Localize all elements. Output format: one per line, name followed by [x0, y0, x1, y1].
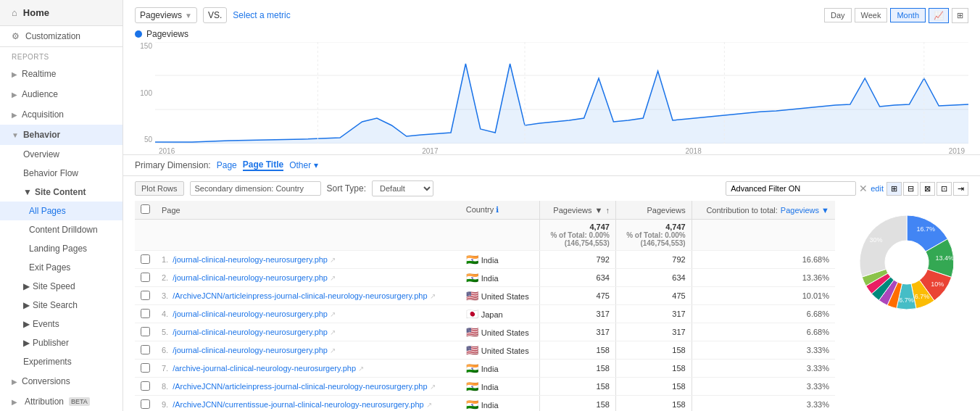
row-page-link[interactable]: /ArchiveJCNN/articleinpress-journal-clin… — [173, 291, 427, 300]
week-button[interactable]: Week — [855, 8, 888, 22]
chevron-right-icon: ▶ — [12, 378, 17, 386]
pageviews-sort-icon[interactable]: ▼ — [595, 206, 603, 215]
row-page-link[interactable]: /journal-clinical-neurology-neurosurgery… — [173, 328, 328, 336]
row-page-link[interactable]: /journal-clinical-neurology-neurosurgery… — [173, 310, 328, 318]
sidebar-item-site-content-label: Site Content — [35, 187, 86, 197]
sidebar-item-site-speed[interactable]: ▶ Site Speed — [0, 277, 122, 296]
secondary-dimension-select[interactable]: Secondary dimension: Country — [190, 181, 321, 196]
row-checkbox[interactable] — [141, 327, 150, 336]
chevron-right-icon: ▶ — [23, 319, 30, 329]
table-view-compare-button[interactable]: ⊡ — [937, 182, 952, 196]
summary-pageviews2: 4,747 — [622, 223, 686, 231]
sidebar-item-home[interactable]: ⌂ Home — [0, 0, 122, 26]
select-all-checkbox[interactable] — [141, 204, 150, 214]
contrib-metric-select[interactable]: Pageviews ▼ — [781, 206, 829, 215]
day-button[interactable]: Day — [824, 8, 852, 22]
filter-clear-button[interactable]: ✕ — [859, 183, 868, 194]
sidebar-item-all-pages-label: All Pages — [29, 206, 66, 216]
x-label-2016: 2016 — [159, 147, 175, 155]
sidebar-item-site-search[interactable]: ▶ Site Search — [0, 296, 122, 315]
row-num: 2. — [162, 273, 168, 282]
select-metric-link[interactable]: Select a metric — [233, 10, 290, 20]
row-checkbox[interactable] — [141, 399, 150, 409]
row-checkbox[interactable] — [141, 363, 150, 373]
legend-label-pageviews: Pageviews — [146, 29, 188, 39]
row-country: United States — [481, 292, 529, 301]
row-num: 8. — [162, 382, 168, 391]
row-country: Japan — [481, 310, 503, 319]
row-country: India — [481, 401, 499, 410]
row-checkbox[interactable] — [141, 345, 150, 354]
row-checkbox[interactable] — [141, 254, 150, 264]
filter-input[interactable] — [726, 181, 856, 196]
metric-select[interactable]: Pageviews ▼ — [135, 7, 197, 23]
y-label-150: 150 — [140, 42, 152, 50]
sidebar-item-publisher[interactable]: ▶ Publisher — [0, 333, 122, 352]
dim-page-title-link[interactable]: Page Title — [243, 159, 283, 171]
dim-page-link[interactable]: Page — [217, 160, 237, 170]
external-link-icon: ↗ — [330, 328, 336, 336]
sidebar-item-landing-pages-label: Landing Pages — [29, 244, 87, 254]
chart-controls-right: Day Week Month 📈 ⊞ — [824, 8, 968, 23]
data-table: Page Country ℹ Pageviews ▼ ↑ Pageviews — [135, 201, 835, 411]
row-checkbox[interactable] — [141, 381, 150, 391]
sidebar-item-site-search-label: Site Search — [33, 300, 78, 310]
summary-row: 4,747 % of Total: 0.00% (146,754,553) 4,… — [135, 220, 835, 251]
sidebar-item-attribution[interactable]: ▶ Attribution BETA — [0, 391, 122, 411]
external-link-icon: ↗ — [430, 292, 436, 300]
sidebar-item-customization[interactable]: ⚙ Customization — [0, 26, 122, 47]
table-view-pivot-button[interactable]: ⊟ — [903, 182, 918, 196]
sidebar-item-behavior[interactable]: ▼ Behavior — [0, 125, 122, 145]
sidebar-item-events-label: Events — [33, 319, 59, 329]
pie-label: 13.4% — [935, 254, 954, 262]
pie-label: 30% — [870, 236, 883, 244]
table-row: 3./ArchiveJCNN/articleinpress-journal-cl… — [135, 287, 835, 305]
sidebar-item-realtime[interactable]: ▶ Realtime — [0, 64, 122, 84]
dim-other-link[interactable]: Other ▾ — [289, 160, 317, 170]
customization-icon: ⚙ — [12, 31, 20, 41]
row-page-link[interactable]: /ArchiveJCNN/articleinpress-journal-clin… — [173, 382, 427, 391]
sidebar-item-exit-pages[interactable]: Exit Pages — [0, 258, 122, 277]
sidebar-item-all-pages[interactable]: All Pages — [0, 202, 122, 220]
row-num: 7. — [162, 364, 168, 373]
row-country: United States — [481, 328, 529, 337]
month-button[interactable]: Month — [890, 8, 926, 22]
table-view-export-button[interactable]: ⇥ — [953, 182, 968, 196]
table-view-grid-button[interactable]: ⊞ — [886, 182, 902, 196]
row-num: 1. — [162, 255, 168, 264]
pie-chart-svg: 16.7%13.4%10%6.7%6.7%30% — [845, 201, 968, 324]
row-page-link[interactable]: /journal-clinical-neurology-neurosurgery… — [173, 255, 328, 264]
row-page-link[interactable]: /journal-clinical-neurology-neurosurgery… — [173, 346, 328, 354]
pie-label: 6.7% — [915, 293, 930, 300]
plot-rows-button[interactable]: Plot Rows — [135, 181, 184, 196]
pageviews-sort-asc-icon[interactable]: ↑ — [605, 206, 610, 215]
sidebar-item-behavior-flow[interactable]: Behavior Flow — [0, 164, 122, 183]
bar-chart-button[interactable]: ⊞ — [952, 8, 968, 23]
row-page-link[interactable]: /ArchiveJCNN/currentissue-journal-clinic… — [173, 400, 423, 409]
sidebar-item-site-content[interactable]: ▼ Site Content — [0, 183, 122, 202]
vs-label: VS. — [203, 7, 227, 23]
sidebar-item-content-drilldown[interactable]: Content Drilldown — [0, 220, 122, 239]
edit-filter-link[interactable]: edit — [871, 184, 884, 193]
sidebar-item-conversions[interactable]: ▶ Conversions — [0, 371, 122, 391]
line-chart-button[interactable]: 📈 — [929, 8, 949, 23]
th-page: Page — [156, 201, 460, 220]
country-flag: 🇺🇸 — [466, 290, 478, 302]
row-country: India — [481, 365, 499, 373]
sidebar-item-overview[interactable]: Overview — [0, 145, 122, 164]
row-checkbox[interactable] — [141, 273, 150, 282]
table-view-custom-button[interactable]: ⊠ — [920, 182, 935, 196]
row-page-link[interactable]: /journal-clinical-neurology-neurosurgery… — [173, 273, 328, 282]
row-page-link[interactable]: /archive-journal-clinical-neurology-neur… — [173, 364, 356, 373]
sidebar-item-audience[interactable]: ▶ Audience — [0, 84, 122, 104]
row-checkbox[interactable] — [141, 309, 150, 318]
sidebar-item-landing-pages[interactable]: Landing Pages — [0, 239, 122, 258]
sort-type-select[interactable]: Default — [372, 180, 433, 196]
external-link-icon: ↗ — [430, 383, 436, 391]
sidebar-item-acquisition[interactable]: ▶ Acquisition — [0, 104, 122, 125]
sidebar-item-experiments[interactable]: Experiments — [0, 352, 122, 371]
summary-pageviews1: 4,747 — [546, 223, 610, 231]
row-checkbox[interactable] — [141, 291, 150, 300]
y-label-100: 100 — [140, 89, 152, 97]
sidebar-item-events[interactable]: ▶ Events — [0, 315, 122, 333]
